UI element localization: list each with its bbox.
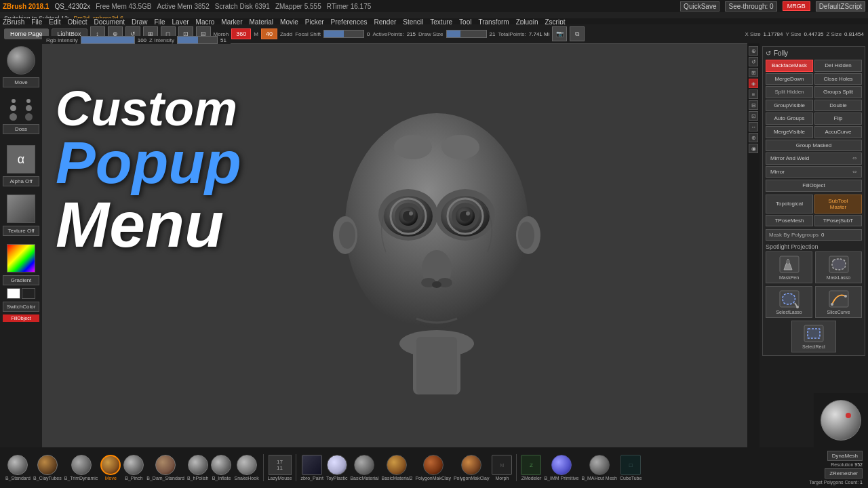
del-hidden-btn[interactable]: Del Hidden — [814, 60, 862, 72]
z-intensity-value: 51 — [220, 37, 226, 43]
brush-zmodeler[interactable]: Z ZModeler — [521, 455, 541, 481]
defaultzscript-btn[interactable]: DefaultZScript — [816, 1, 865, 12]
svg-rect-27 — [416, 337, 457, 394]
material-preview-sphere[interactable] — [7, 46, 35, 75]
focal-shift-slider[interactable] — [323, 30, 364, 38]
switch-color-btn[interactable]: SwitchColor — [3, 302, 39, 312]
auto-groups-btn[interactable]: Auto Groups — [766, 113, 813, 125]
alpha-preview[interactable]: α — [7, 145, 35, 174]
folly-refresh-icon[interactable]: ↺ — [766, 49, 771, 57]
mirror-weld-btn[interactable]: Mirror And Weld⇔ — [766, 152, 862, 165]
brush-b-standard[interactable]: B_Standard — [5, 455, 31, 481]
move-btn[interactable]: Move — [3, 77, 39, 87]
accu-curve-btn[interactable]: AccuCurve — [814, 126, 862, 138]
svg-point-20 — [432, 281, 441, 288]
brush-mahcut[interactable]: B_MAHcut Mesh — [581, 455, 617, 481]
zremesher-btn[interactable]: ZRemesher — [825, 468, 863, 479]
fill-object-btn[interactable]: FillObject — [766, 180, 862, 192]
mat-zbro-paint[interactable]: zbro_Paint — [300, 455, 323, 481]
right-icon-7[interactable]: ⊡ — [749, 111, 758, 121]
select-lasso-btn[interactable]: SelectLasso — [766, 286, 812, 318]
close-holes-btn[interactable]: Close Holes — [814, 73, 862, 85]
mat-toy-plastic[interactable]: ToyPlastic — [326, 455, 348, 481]
split-hidden-btn[interactable]: Split Hidden — [766, 86, 813, 98]
morph-red-btn[interactable]: 360 — [231, 28, 251, 39]
quicksave-btn[interactable]: QuickSave — [680, 1, 719, 12]
brush-pinch[interactable]: B_Pinch — [123, 455, 144, 481]
brush-sphere-cubetube: □ — [620, 455, 641, 475]
brush-dam-standard[interactable]: B_Dam_Standard — [146, 455, 184, 481]
text-overlay: Custom Popup Menu — [56, 84, 241, 257]
mat-sphere-morph: M — [492, 455, 512, 475]
texture-preview[interactable] — [7, 195, 35, 223]
gradient-btn[interactable]: Gradient — [3, 275, 39, 285]
color-picker[interactable] — [7, 244, 35, 272]
draw-size-slider[interactable] — [446, 30, 487, 38]
brush-move[interactable]: Move — [100, 455, 121, 481]
svg-point-16 — [466, 211, 470, 216]
brush-b-claytubes[interactable]: B_ClayTubes — [33, 455, 62, 481]
focal-shift-value: 0 — [367, 31, 370, 37]
right-icon-5[interactable]: ≡ — [749, 89, 758, 99]
spotlight-icon-grid: MaskPen MaskLasso — [766, 251, 862, 318]
white-swatch[interactable] — [7, 288, 20, 299]
camera-icon[interactable]: 📷 — [552, 26, 567, 41]
zadd-orange-btn[interactable]: 40 — [261, 28, 277, 39]
mat-polygon[interactable]: PolygonMakClay — [415, 455, 451, 481]
mask-by-polygroups-bar[interactable]: Mask By Polygroups 0 — [766, 229, 862, 241]
mat-morph[interactable]: M Morph — [492, 455, 512, 481]
right-icon-4-red[interactable]: ◈ — [749, 79, 758, 88]
right-icon-10[interactable]: ◉ — [749, 144, 758, 153]
brush-snakehook[interactable]: SnakeHook — [234, 455, 258, 481]
right-icon-1[interactable]: ⊕ — [749, 46, 758, 56]
mat-sphere-polygon2 — [461, 455, 481, 475]
brush-trimdynamic[interactable]: B_TrimDynamic — [64, 455, 98, 481]
mat-polygon2[interactable]: PolygonMakClay — [454, 455, 490, 481]
mat-basic2[interactable]: BasicMaterial2 — [381, 455, 412, 481]
rgb-intensity-slider[interactable] — [81, 36, 135, 44]
dynmesh-btn[interactable]: DynaMesh — [827, 451, 863, 461]
resolution-label: Resolution — [831, 462, 853, 467]
group-visible-btn[interactable]: GroupVisible — [766, 100, 813, 112]
tpose-mesh-btn[interactable]: TPoseMesh — [766, 215, 813, 226]
right-icon-3[interactable]: ⊞ — [749, 68, 758, 77]
mat-basic[interactable]: BasicMaterial — [350, 455, 378, 481]
overlay-custom: Custom — [56, 84, 241, 133]
double-btn[interactable]: Double — [814, 100, 862, 112]
fill-object-red-btn[interactable]: FillObject — [3, 314, 39, 322]
mask-pen-btn[interactable]: MaskPen — [766, 251, 812, 283]
right-icon-8[interactable]: ↔ — [749, 122, 758, 131]
svg-point-9 — [409, 211, 413, 216]
slice-curve-btn[interactable]: SliceCurve — [815, 286, 862, 318]
right-icon-2[interactable]: ↺ — [749, 57, 758, 66]
right-icon-9[interactable]: ⊕ — [749, 133, 758, 142]
z-intensity-slider[interactable] — [177, 36, 218, 44]
perspective-icon[interactable]: ⧉ — [570, 26, 585, 41]
texture-off-btn[interactable]: Texture Off — [3, 226, 39, 236]
see-through-btn[interactable]: See-through: 0 — [725, 1, 776, 12]
groups-split-btn[interactable]: Groups Split — [814, 86, 862, 98]
brush-inflate[interactable]: B_Inflate — [211, 455, 231, 481]
morph-m-label: M — [254, 31, 258, 37]
mask-lasso-btn[interactable]: MaskLasso — [815, 251, 862, 283]
tpose-subt-btn[interactable]: TPose|SubT — [814, 215, 862, 226]
right-icon-6[interactable]: ⊟ — [749, 100, 758, 110]
subtool-master-btn[interactable]: SubTool Master — [814, 195, 862, 214]
mirror-btn[interactable]: Mirror⇔ — [766, 166, 862, 178]
brush-cubetube[interactable]: □ CubeTube — [620, 455, 642, 481]
doss-btn[interactable]: Doss — [3, 124, 39, 134]
alpha-off-btn[interactable]: Alpha Off — [3, 176, 39, 186]
merge-visible-btn[interactable]: MergeVisible — [766, 126, 813, 138]
brush-imm-primitive[interactable]: B_IMM Primitive — [544, 455, 578, 481]
black-swatch[interactable] — [22, 288, 35, 299]
brush-hpolish[interactable]: B_hPolish — [187, 455, 209, 481]
merge-down-btn[interactable]: MergeDown — [766, 73, 813, 85]
x-size-label: X Size — [745, 31, 760, 37]
topological-btn[interactable]: Topological — [766, 195, 813, 214]
draw-size-label: Draw Size — [418, 31, 443, 37]
flip-btn[interactable]: Flip — [814, 113, 862, 125]
group-masked-btn[interactable]: Group Masked — [766, 140, 862, 152]
select-rect-btn[interactable]: SelectRect — [791, 321, 837, 352]
mrgb-btn[interactable]: MRGB — [783, 1, 810, 11]
backface-mask-btn[interactable]: BackfaceMask — [766, 60, 813, 72]
